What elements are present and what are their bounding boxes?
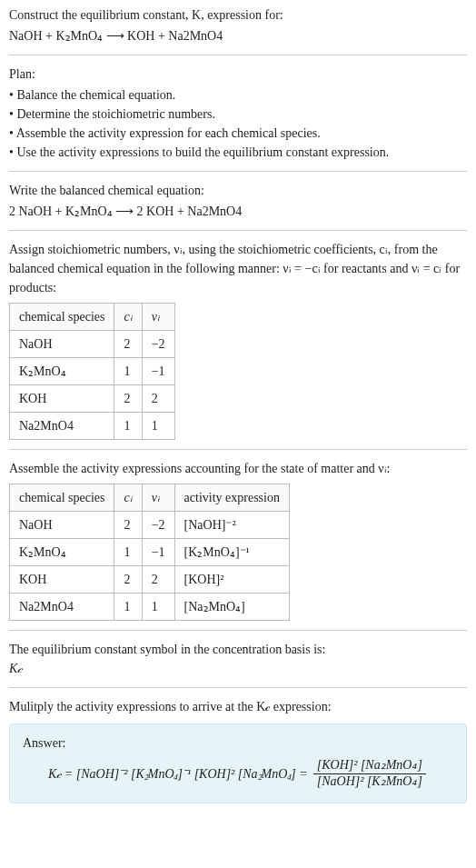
- kc-denominator: [NaOH]² [K₂MnO₄]: [313, 774, 426, 790]
- col-species: chemical species: [10, 304, 114, 331]
- col-activity: activity expression: [174, 484, 289, 512]
- col-nui: νᵢ: [142, 304, 174, 331]
- divider: [9, 171, 467, 172]
- divider: [9, 449, 467, 450]
- balanced-equation: 2 NaOH + K₂MnO₄ ⟶ 2 KOH + Na2MnO4: [9, 202, 467, 221]
- symbol-text: The equilibrium constant symbol in the c…: [9, 640, 467, 659]
- cell-ci: 2: [114, 385, 142, 413]
- table-row: NaOH 2 −2: [10, 331, 175, 358]
- divider: [9, 687, 467, 688]
- cell-nui: −2: [142, 512, 174, 539]
- cell-species: K₂MnO₄: [10, 539, 114, 566]
- kc-lhs: K𝒸 = [NaOH]⁻² [K₂MnO₄]⁻¹ [KOH]² [Na₂MnO₄…: [48, 764, 308, 783]
- cell-nui: −1: [142, 358, 174, 385]
- cell-activity: [K₂MnO₄]⁻¹: [174, 539, 289, 566]
- cell-species: KOH: [10, 566, 114, 594]
- cell-activity: [NaOH]⁻²: [174, 512, 289, 539]
- table-header-row: chemical species cᵢ νᵢ: [10, 304, 175, 331]
- stoichiometry-table: chemical species cᵢ νᵢ NaOH 2 −2 K₂MnO₄ …: [9, 303, 175, 440]
- cell-ci: 1: [114, 413, 142, 440]
- plan-item: Assemble the activity expression for eac…: [9, 124, 467, 143]
- divider: [9, 630, 467, 631]
- cell-species: K₂MnO₄: [10, 358, 114, 385]
- cell-ci: 1: [114, 539, 142, 566]
- cell-nui: 2: [142, 566, 174, 594]
- kc-numerator: [KOH]² [Na₂MnO₄]: [313, 758, 426, 774]
- assign-text: Assign stoichiometric numbers, νᵢ, using…: [9, 240, 467, 297]
- cell-species: NaOH: [10, 512, 114, 539]
- cell-nui: 1: [142, 413, 174, 440]
- col-nui: νᵢ: [142, 484, 174, 512]
- table-row: KOH 2 2 [KOH]²: [10, 566, 290, 594]
- answer-label: Answer:: [23, 733, 453, 753]
- cell-nui: −1: [142, 539, 174, 566]
- answer-box: Answer: K𝒸 = [NaOH]⁻² [K₂MnO₄]⁻¹ [KOH]² …: [9, 723, 467, 803]
- prompt-text: Construct the equilibrium constant, K, e…: [9, 8, 283, 22]
- cell-ci: 2: [114, 566, 142, 594]
- unbalanced-equation: NaOH + K₂MnO₄ ⟶ KOH + Na2MnO4: [9, 26, 467, 45]
- table-row: NaOH 2 −2 [NaOH]⁻²: [10, 512, 290, 539]
- activity-table: chemical species cᵢ νᵢ activity expressi…: [9, 484, 290, 621]
- divider: [9, 230, 467, 231]
- table-row: Na2MnO4 1 1: [10, 413, 175, 440]
- prompt-line: Construct the equilibrium constant, K, e…: [9, 5, 467, 25]
- multiply-text: Mulitply the activity expressions to arr…: [9, 697, 467, 716]
- plan-item: Use the activity expressions to build th…: [9, 143, 467, 162]
- cell-activity: [Na₂MnO₄]: [174, 594, 289, 621]
- kc-fraction: [KOH]² [Na₂MnO₄] [NaOH]² [K₂MnO₄]: [313, 758, 426, 790]
- assemble-text: Assemble the activity expressions accoun…: [9, 459, 467, 478]
- cell-species: Na2MnO4: [10, 594, 114, 621]
- table-row: Na2MnO4 1 1 [Na₂MnO₄]: [10, 594, 290, 621]
- cell-nui: 1: [142, 594, 174, 621]
- plan-list: Balance the chemical equation. Determine…: [9, 85, 467, 162]
- cell-ci: 2: [114, 512, 142, 539]
- divider: [9, 55, 467, 55]
- cell-activity: [KOH]²: [174, 566, 289, 594]
- cell-species: NaOH: [10, 331, 114, 358]
- balanced-heading: Write the balanced chemical equation:: [9, 181, 467, 200]
- cell-nui: 2: [142, 385, 174, 413]
- symbol-value: K𝒸: [9, 659, 467, 678]
- cell-species: KOH: [10, 385, 114, 413]
- table-header-row: chemical species cᵢ νᵢ activity expressi…: [10, 484, 290, 512]
- col-ci: cᵢ: [114, 304, 142, 331]
- cell-ci: 1: [114, 594, 142, 621]
- cell-ci: 2: [114, 331, 142, 358]
- plan-item: Determine the stoichiometric numbers.: [9, 105, 467, 124]
- cell-ci: 1: [114, 358, 142, 385]
- cell-nui: −2: [142, 331, 174, 358]
- plan-heading: Plan:: [9, 65, 467, 84]
- table-row: K₂MnO₄ 1 −1: [10, 358, 175, 385]
- kc-expression: K𝒸 = [NaOH]⁻² [K₂MnO₄]⁻¹ [KOH]² [Na₂MnO₄…: [23, 758, 453, 790]
- table-row: KOH 2 2: [10, 385, 175, 413]
- table-row: K₂MnO₄ 1 −1 [K₂MnO₄]⁻¹: [10, 539, 290, 566]
- plan-item: Balance the chemical equation.: [9, 85, 467, 105]
- col-ci: cᵢ: [114, 484, 142, 512]
- col-species: chemical species: [10, 484, 114, 512]
- cell-species: Na2MnO4: [10, 413, 114, 440]
